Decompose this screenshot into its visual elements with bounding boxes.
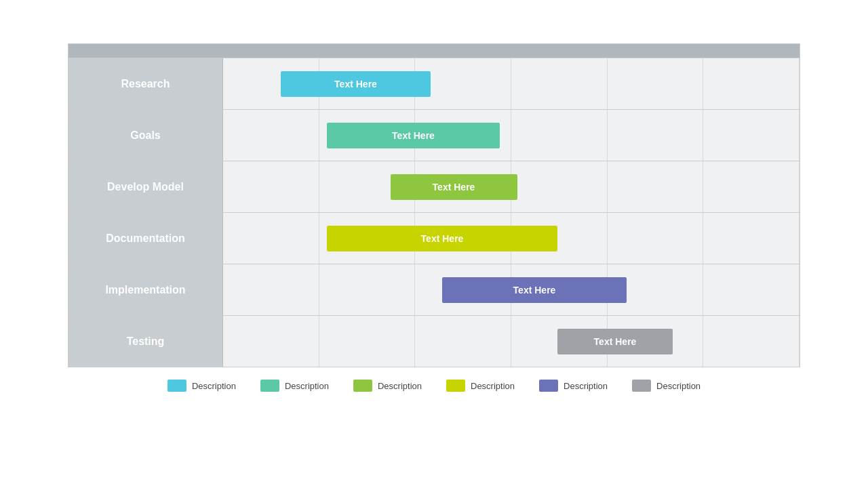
gantt-bar: Text Here bbox=[327, 123, 500, 148]
row-label: Goals bbox=[68, 110, 223, 161]
table-row: TestingText Here bbox=[68, 315, 800, 367]
legend-color-swatch bbox=[632, 380, 651, 392]
row-label: Implementation bbox=[68, 264, 223, 315]
gantt-chart: ResearchText HereGoalsText HereDevelop M… bbox=[68, 43, 800, 367]
bar-container: Text Here bbox=[223, 161, 800, 212]
gantt-bar: Text Here bbox=[391, 174, 517, 200]
table-row: ImplementationText Here bbox=[68, 264, 800, 315]
bar-container: Text Here bbox=[223, 264, 800, 315]
table-row: DocumentationText Here bbox=[68, 212, 800, 264]
table-row: ResearchText Here bbox=[68, 58, 800, 109]
legend-label: Description bbox=[471, 381, 515, 391]
row-label: Documentation bbox=[68, 213, 223, 264]
row-grid: Text Here bbox=[223, 264, 800, 315]
legend-label: Description bbox=[378, 381, 422, 391]
row-grid: Text Here bbox=[223, 161, 800, 212]
gantt-bar: Text Here bbox=[281, 71, 431, 97]
table-row: GoalsText Here bbox=[68, 109, 800, 161]
table-row: Develop ModelText Here bbox=[68, 161, 800, 212]
legend-color-swatch bbox=[260, 380, 279, 392]
row-label: Testing bbox=[68, 316, 223, 367]
bar-container: Text Here bbox=[223, 58, 800, 109]
legend-color-swatch bbox=[446, 380, 465, 392]
legend-label: Description bbox=[192, 381, 236, 391]
legend-color-swatch bbox=[167, 380, 186, 392]
gantt-bar: Text Here bbox=[327, 226, 557, 251]
row-grid: Text Here bbox=[223, 316, 800, 367]
legend-color-swatch bbox=[353, 380, 372, 392]
legend-item: Description bbox=[446, 380, 515, 392]
chart-header bbox=[68, 44, 800, 58]
gantt-bar: Text Here bbox=[442, 277, 627, 303]
legend-item: Description bbox=[539, 380, 608, 392]
row-grid: Text Here bbox=[223, 58, 800, 109]
bar-container: Text Here bbox=[223, 213, 800, 264]
row-grid: Text Here bbox=[223, 213, 800, 264]
bar-container: Text Here bbox=[223, 316, 800, 367]
legend-item: Description bbox=[167, 380, 236, 392]
legend: DescriptionDescriptionDescriptionDescrip… bbox=[0, 380, 868, 392]
legend-label: Description bbox=[564, 381, 608, 391]
legend-label: Description bbox=[656, 381, 701, 391]
row-label: Research bbox=[68, 58, 223, 109]
legend-color-swatch bbox=[539, 380, 558, 392]
legend-label: Description bbox=[285, 381, 329, 391]
legend-item: Description bbox=[260, 380, 329, 392]
bar-container: Text Here bbox=[223, 110, 800, 161]
row-label: Develop Model bbox=[68, 161, 223, 212]
legend-item: Description bbox=[353, 380, 422, 392]
row-grid: Text Here bbox=[223, 110, 800, 161]
gantt-bar: Text Here bbox=[557, 329, 673, 354]
chart-body: ResearchText HereGoalsText HereDevelop M… bbox=[68, 58, 800, 367]
legend-item: Description bbox=[632, 380, 701, 392]
